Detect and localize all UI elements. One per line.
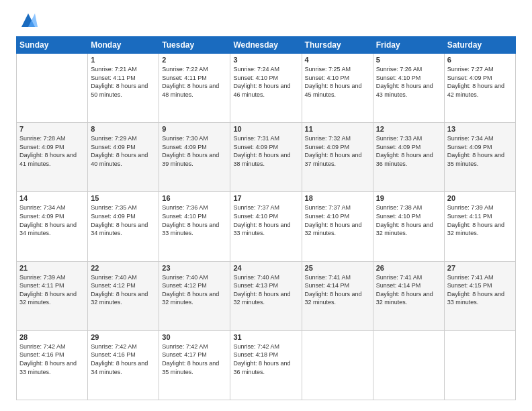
sunset-text: Sunset: 4:10 PM	[233, 75, 278, 81]
daylight-text: Daylight: 8 hours and 33 minutes.	[447, 291, 504, 306]
daylight-text: Daylight: 8 hours and 39 minutes.	[162, 152, 219, 167]
day-number: 1	[91, 56, 156, 64]
day-info: Sunrise: 7:41 AM Sunset: 4:14 PM Dayligh…	[305, 273, 370, 307]
calendar-cell: 28 Sunrise: 7:42 AM Sunset: 4:16 PM Dayl…	[17, 330, 88, 400]
sunrise-text: Sunrise: 7:29 AM	[91, 135, 137, 142]
day-info: Sunrise: 7:21 AM Sunset: 4:11 PM Dayligh…	[91, 65, 156, 99]
sunrise-text: Sunrise: 7:40 AM	[162, 274, 208, 281]
daylight-text: Daylight: 8 hours and 32 minutes.	[305, 222, 362, 237]
day-info: Sunrise: 7:33 AM Sunset: 4:09 PM Dayligh…	[376, 134, 441, 168]
day-info: Sunrise: 7:28 AM Sunset: 4:09 PM Dayligh…	[19, 134, 85, 168]
sunrise-text: Sunrise: 7:31 AM	[233, 135, 279, 142]
daylight-text: Daylight: 8 hours and 33 minutes.	[19, 360, 77, 375]
day-info: Sunrise: 7:41 AM Sunset: 4:15 PM Dayligh…	[447, 273, 513, 307]
day-info: Sunrise: 7:26 AM Sunset: 4:10 PM Dayligh…	[376, 65, 441, 99]
weekday-header-row: SundayMondayTuesdayWednesdayThursdayFrid…	[17, 37, 516, 54]
sunset-text: Sunset: 4:18 PM	[233, 351, 278, 358]
calendar-cell: 9 Sunrise: 7:30 AM Sunset: 4:09 PM Dayli…	[159, 123, 230, 192]
day-number: 5	[376, 56, 441, 64]
daylight-text: Daylight: 8 hours and 35 minutes.	[162, 360, 219, 375]
calendar-cell: 1 Sunrise: 7:21 AM Sunset: 4:11 PM Dayli…	[88, 54, 159, 123]
sunrise-text: Sunrise: 7:36 AM	[162, 204, 208, 211]
day-info: Sunrise: 7:42 AM Sunset: 4:16 PM Dayligh…	[91, 342, 156, 376]
calendar-cell: 13 Sunrise: 7:34 AM Sunset: 4:09 PM Dayl…	[444, 123, 515, 192]
day-info: Sunrise: 7:24 AM Sunset: 4:10 PM Dayligh…	[233, 65, 298, 99]
calendar-cell: 3 Sunrise: 7:24 AM Sunset: 4:10 PM Dayli…	[230, 54, 302, 123]
calendar-cell: 31 Sunrise: 7:42 AM Sunset: 4:18 PM Dayl…	[230, 330, 302, 400]
day-number: 29	[91, 333, 156, 341]
sunset-text: Sunset: 4:10 PM	[162, 213, 207, 220]
sunset-text: Sunset: 4:09 PM	[447, 144, 492, 150]
sunset-text: Sunset: 4:09 PM	[19, 144, 64, 150]
page: SundayMondayTuesdayWednesdayThursdayFrid…	[0, 0, 532, 411]
sunset-text: Sunset: 4:16 PM	[19, 351, 64, 358]
day-number: 15	[91, 194, 156, 202]
daylight-text: Daylight: 8 hours and 48 minutes.	[162, 83, 219, 98]
daylight-text: Daylight: 8 hours and 32 minutes.	[233, 291, 290, 306]
daylight-text: Daylight: 8 hours and 33 minutes.	[162, 222, 219, 237]
sunset-text: Sunset: 4:16 PM	[91, 351, 136, 358]
day-number: 7	[19, 125, 85, 133]
daylight-text: Daylight: 8 hours and 50 minutes.	[91, 83, 148, 98]
sunrise-text: Sunrise: 7:40 AM	[91, 274, 137, 281]
calendar-cell	[17, 54, 88, 123]
calendar-cell	[373, 330, 444, 400]
calendar-cell: 5 Sunrise: 7:26 AM Sunset: 4:10 PM Dayli…	[373, 54, 444, 123]
sunset-text: Sunset: 4:09 PM	[305, 144, 350, 150]
calendar-cell: 12 Sunrise: 7:33 AM Sunset: 4:09 PM Dayl…	[373, 123, 444, 192]
sunset-text: Sunset: 4:09 PM	[91, 144, 136, 150]
sunrise-text: Sunrise: 7:26 AM	[376, 66, 423, 73]
sunset-text: Sunset: 4:12 PM	[162, 282, 207, 289]
day-info: Sunrise: 7:42 AM Sunset: 4:17 PM Dayligh…	[162, 342, 227, 376]
sunset-text: Sunset: 4:11 PM	[91, 75, 136, 81]
weekday-header-monday: Monday	[88, 37, 159, 54]
sunset-text: Sunset: 4:09 PM	[233, 144, 278, 150]
day-info: Sunrise: 7:40 AM Sunset: 4:12 PM Dayligh…	[162, 273, 227, 307]
calendar-cell: 8 Sunrise: 7:29 AM Sunset: 4:09 PM Dayli…	[88, 123, 159, 192]
sunrise-text: Sunrise: 7:21 AM	[91, 66, 137, 73]
day-number: 23	[162, 264, 227, 272]
calendar-week-row: 7 Sunrise: 7:28 AM Sunset: 4:09 PM Dayli…	[17, 123, 516, 192]
day-number: 22	[91, 264, 156, 272]
sunrise-text: Sunrise: 7:34 AM	[19, 204, 66, 211]
weekday-header-thursday: Thursday	[302, 37, 373, 54]
sunrise-text: Sunrise: 7:42 AM	[91, 343, 137, 350]
calendar-week-row: 1 Sunrise: 7:21 AM Sunset: 4:11 PM Dayli…	[17, 54, 516, 123]
weekday-header-saturday: Saturday	[444, 37, 515, 54]
day-info: Sunrise: 7:27 AM Sunset: 4:09 PM Dayligh…	[447, 65, 513, 99]
logo-icon	[19, 11, 38, 30]
daylight-text: Daylight: 8 hours and 33 minutes.	[233, 222, 290, 237]
daylight-text: Daylight: 8 hours and 36 minutes.	[376, 152, 433, 167]
sunset-text: Sunset: 4:11 PM	[19, 282, 64, 289]
weekday-header-sunday: Sunday	[17, 37, 88, 54]
sunset-text: Sunset: 4:09 PM	[162, 144, 207, 150]
day-number: 9	[162, 125, 227, 133]
day-number: 24	[233, 264, 298, 272]
calendar-cell: 25 Sunrise: 7:41 AM Sunset: 4:14 PM Dayl…	[302, 261, 373, 330]
sunset-text: Sunset: 4:10 PM	[376, 213, 421, 220]
day-info: Sunrise: 7:36 AM Sunset: 4:10 PM Dayligh…	[162, 203, 227, 237]
sunrise-text: Sunrise: 7:35 AM	[91, 204, 137, 211]
sunrise-text: Sunrise: 7:42 AM	[19, 343, 66, 350]
sunrise-text: Sunrise: 7:33 AM	[376, 135, 423, 142]
daylight-text: Daylight: 8 hours and 40 minutes.	[91, 152, 148, 167]
sunrise-text: Sunrise: 7:34 AM	[447, 135, 494, 142]
daylight-text: Daylight: 8 hours and 32 minutes.	[376, 222, 433, 237]
sunrise-text: Sunrise: 7:30 AM	[162, 135, 208, 142]
day-info: Sunrise: 7:41 AM Sunset: 4:14 PM Dayligh…	[376, 273, 441, 307]
sunset-text: Sunset: 4:11 PM	[447, 213, 492, 220]
day-number: 13	[447, 125, 513, 133]
day-number: 4	[305, 56, 370, 64]
sunset-text: Sunset: 4:17 PM	[162, 351, 207, 358]
calendar-cell: 30 Sunrise: 7:42 AM Sunset: 4:17 PM Dayl…	[159, 330, 230, 400]
day-number: 19	[376, 194, 441, 202]
day-number: 28	[19, 333, 85, 341]
calendar-cell: 26 Sunrise: 7:41 AM Sunset: 4:14 PM Dayl…	[373, 261, 444, 330]
calendar-week-row: 14 Sunrise: 7:34 AM Sunset: 4:09 PM Dayl…	[17, 192, 516, 261]
sunrise-text: Sunrise: 7:28 AM	[19, 135, 66, 142]
daylight-text: Daylight: 8 hours and 32 minutes.	[447, 222, 504, 237]
calendar-cell: 2 Sunrise: 7:22 AM Sunset: 4:11 PM Dayli…	[159, 54, 230, 123]
calendar-cell: 6 Sunrise: 7:27 AM Sunset: 4:09 PM Dayli…	[444, 54, 515, 123]
sunset-text: Sunset: 4:10 PM	[376, 75, 421, 81]
day-info: Sunrise: 7:40 AM Sunset: 4:12 PM Dayligh…	[91, 273, 156, 307]
